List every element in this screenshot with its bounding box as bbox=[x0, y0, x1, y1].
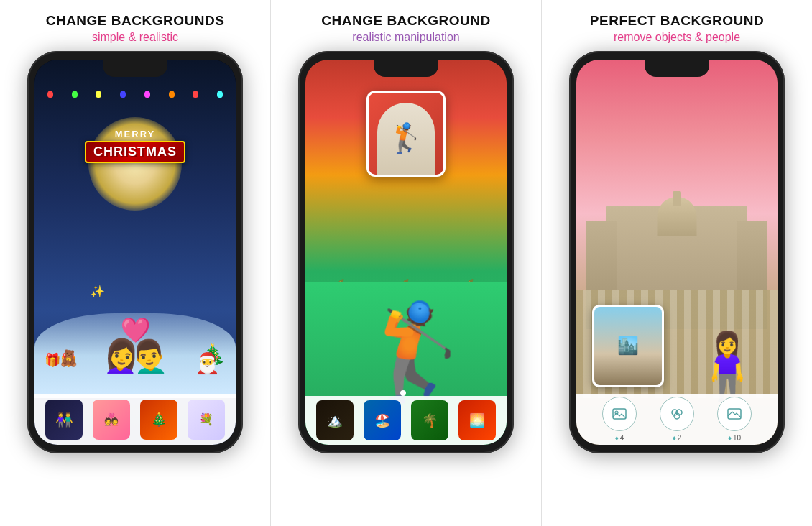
phone-screen-3: 🧍‍♀️ 🏙️ bbox=[576, 60, 778, 445]
small-photo-before-inner: 🏙️ bbox=[594, 307, 662, 385]
icon-btn-2[interactable]: ♦ 2 bbox=[660, 397, 694, 442]
icon-count-3: 10 bbox=[733, 434, 741, 442]
light-cyan bbox=[217, 91, 223, 98]
svg-rect-0 bbox=[613, 409, 626, 419]
golf-scene: 🌴 🌴 🌴 🏌️ 🏌️ bbox=[305, 60, 507, 445]
icon-circle-2 bbox=[660, 397, 694, 431]
icon-label-3: ♦ 10 bbox=[728, 434, 741, 442]
light-yellow bbox=[96, 91, 101, 98]
app-container: CHANGE BACKGROUNDS simple & realistic bbox=[0, 0, 812, 526]
diamond-1: ♦ bbox=[615, 434, 619, 442]
phone-frame-2: 🌴 🌴 🌴 🏌️ 🏌️ bbox=[298, 51, 514, 453]
merry-label: MERRY bbox=[85, 129, 185, 139]
icon-label-1: ♦ 4 bbox=[615, 434, 624, 442]
icon-count-2: 2 bbox=[678, 434, 682, 442]
image-icon-1 bbox=[612, 406, 627, 422]
string-lights bbox=[34, 91, 236, 101]
light-red2 bbox=[193, 91, 198, 98]
teddy-bear: 🧸 bbox=[59, 349, 78, 368]
santa-sleigh: 🎅 bbox=[195, 351, 220, 375]
icon-count-1: 4 bbox=[620, 434, 624, 442]
christmas-title-area: MERRY CHRISTMAS bbox=[85, 129, 185, 163]
christmas-banner: CHRISTMAS bbox=[85, 141, 185, 163]
panel-2-title: CHANGE BACKGROUND bbox=[321, 13, 490, 29]
icon-circle-3 bbox=[717, 397, 752, 431]
small-photo-inner: 🏌️ bbox=[369, 93, 443, 175]
icon-circle-1 bbox=[602, 397, 637, 431]
phone-notch-1 bbox=[103, 60, 167, 77]
small-photo-before: 🏙️ bbox=[592, 305, 664, 387]
golf-ball bbox=[400, 390, 406, 396]
sparkler: ✨ bbox=[91, 285, 105, 298]
icon-btn-3[interactable]: ♦ 10 bbox=[717, 397, 752, 442]
icon-label-2: ♦ 2 bbox=[673, 434, 682, 442]
panel-change-backgrounds: CHANGE BACKGROUNDS simple & realistic bbox=[0, 0, 270, 526]
thumbnail-2[interactable]: 💑 bbox=[93, 400, 130, 440]
panel-1-subtitle: simple & realistic bbox=[92, 31, 178, 44]
panel-3-title: PERFECT BACKGROUND bbox=[590, 13, 764, 29]
panel-2-subtitle: realistic manipulation bbox=[352, 31, 459, 44]
christmas-label: CHRISTMAS bbox=[93, 144, 177, 160]
light-green bbox=[72, 91, 78, 98]
panel-1-title: CHANGE BACKGROUNDS bbox=[46, 13, 225, 29]
icon-btn-1[interactable]: ♦ 4 bbox=[602, 397, 637, 442]
image-icon-2 bbox=[726, 406, 742, 422]
panel-change-background: CHANGE BACKGROUND realistic manipulation… bbox=[271, 0, 541, 526]
phone-notch-2 bbox=[374, 60, 438, 77]
thumbnails-row-3: ♦ 4 bbox=[576, 394, 778, 445]
thumb-golf-2[interactable]: 🏖️ bbox=[364, 400, 401, 440]
thumb-golf-4[interactable]: 🌅 bbox=[458, 400, 496, 440]
diamond-3: ♦ bbox=[728, 434, 732, 442]
phone-screen-1: MERRY CHRISTMAS 👨‍❤️‍👩 ✨ 🎅 🎁🎁 bbox=[34, 60, 236, 445]
woman-main: 🧍‍♀️ bbox=[687, 333, 767, 398]
circles-icon bbox=[669, 406, 685, 422]
vatican-scene: 🧍‍♀️ 🏙️ bbox=[576, 60, 778, 445]
small-golfer-arch: 🏌️ bbox=[377, 103, 435, 175]
thumbnail-1[interactable]: 👫 bbox=[45, 400, 83, 440]
thumb-golf-1[interactable]: 🏔️ bbox=[316, 400, 354, 440]
phone-frame-3: 🧍‍♀️ 🏙️ bbox=[569, 51, 785, 453]
diamond-2: ♦ bbox=[673, 434, 676, 442]
phone-notch-3 bbox=[645, 60, 709, 77]
dome-lantern bbox=[673, 191, 681, 206]
phone-frame-1: MERRY CHRISTMAS 👨‍❤️‍👩 ✨ 🎅 🎁🎁 bbox=[27, 51, 243, 453]
light-red bbox=[47, 91, 53, 98]
light-orange bbox=[169, 91, 175, 98]
thumbnail-4[interactable]: 💐 bbox=[188, 400, 225, 440]
christmas-scene: MERRY CHRISTMAS 👨‍❤️‍👩 ✨ 🎅 🎁🎁 bbox=[34, 60, 236, 445]
panel-perfect-background: PERFECT BACKGROUND remove objects & peop… bbox=[542, 0, 812, 526]
light-pink bbox=[144, 91, 150, 98]
small-photo-overlay: 🏌️ bbox=[366, 91, 446, 177]
thumbnails-row-2: 🏔️ 🏖️ 🌴 🌅 bbox=[305, 396, 507, 445]
thumbnails-row-1: 👫 💑 🎄 💐 bbox=[34, 394, 236, 445]
phone-screen-2: 🌴 🌴 🌴 🏌️ 🏌️ bbox=[305, 60, 507, 445]
light-blue bbox=[120, 91, 126, 98]
golfer-main: 🏌️ bbox=[359, 305, 476, 398]
thumbnail-3[interactable]: 🎄 bbox=[140, 400, 177, 440]
couple-area: 👨‍❤️‍👩 bbox=[55, 183, 216, 375]
panel-3-subtitle: remove objects & people bbox=[614, 31, 740, 44]
thumb-golf-3[interactable]: 🌴 bbox=[411, 400, 448, 440]
